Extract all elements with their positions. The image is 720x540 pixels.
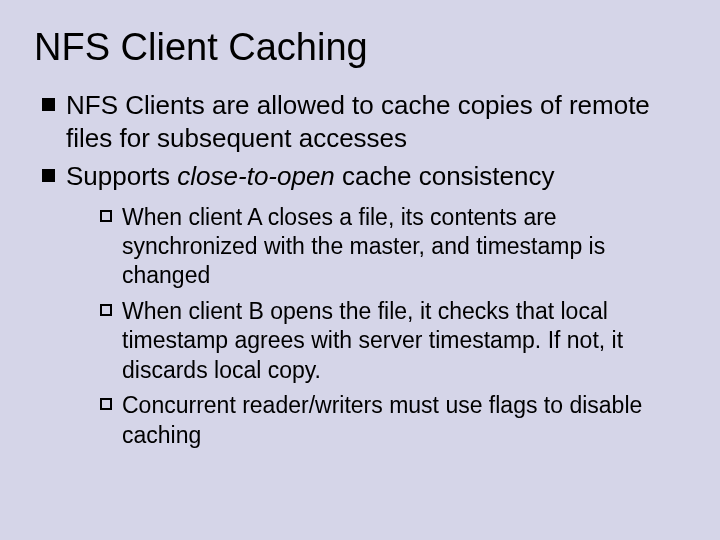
slide: NFS Client Caching NFS Clients are allow… (0, 0, 720, 540)
list-item: When client B opens the file, it checks … (100, 297, 686, 385)
bullet-text: NFS Clients are allowed to cache copies … (66, 90, 650, 153)
text-suffix: cache consistency (335, 161, 555, 191)
list-item: When client A closes a file, its content… (100, 203, 686, 291)
list-item: NFS Clients are allowed to cache copies … (42, 89, 686, 154)
text-prefix: Supports (66, 161, 177, 191)
sub-bullet-text: When client A closes a file, its content… (122, 204, 605, 289)
list-item: Concurrent reader/writers must use flags… (100, 391, 686, 450)
bullet-list-level-1: NFS Clients are allowed to cache copies … (42, 89, 686, 450)
italic-term: close-to-open (177, 161, 335, 191)
sub-bullet-text: When client B opens the file, it checks … (122, 298, 623, 383)
bullet-list-level-2: When client A closes a file, its content… (100, 203, 686, 451)
filled-square-icon (42, 98, 55, 111)
slide-title: NFS Client Caching (34, 26, 686, 69)
sub-bullet-text: Concurrent reader/writers must use flags… (122, 392, 642, 447)
bullet-text: Supports close-to-open cache consistency (66, 161, 555, 191)
list-item: Supports close-to-open cache consistency… (42, 160, 686, 450)
hollow-square-icon (100, 304, 112, 316)
hollow-square-icon (100, 398, 112, 410)
hollow-square-icon (100, 210, 112, 222)
filled-square-icon (42, 169, 55, 182)
